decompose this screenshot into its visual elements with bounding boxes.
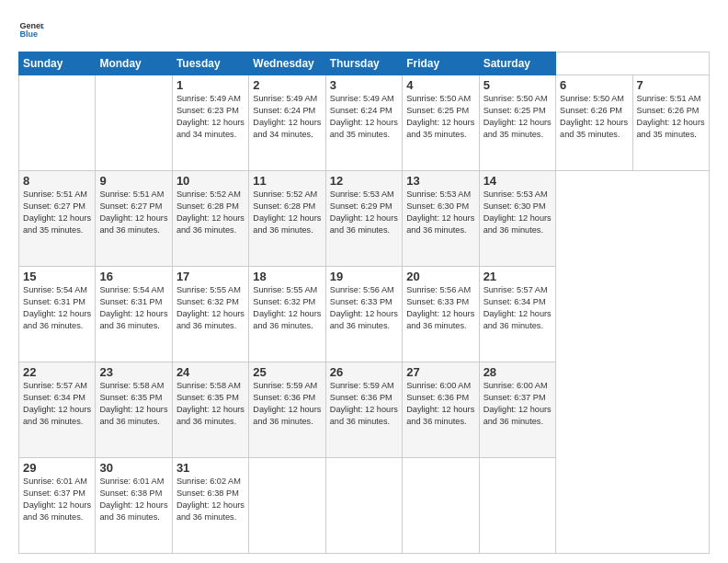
day-info: Sunrise: 5:49 AMSunset: 6:24 PMDaylight:… [330,93,398,141]
calendar-cell: 31Sunrise: 6:02 AMSunset: 6:38 PMDayligh… [172,458,248,554]
calendar-cell: 6Sunrise: 5:50 AMSunset: 6:26 PMDaylight… [556,75,632,171]
calendar-header-tuesday: Tuesday [172,52,248,75]
calendar-header-wednesday: Wednesday [249,52,325,75]
day-info: Sunrise: 5:52 AMSunset: 6:28 PMDaylight:… [176,189,245,236]
day-info: Sunrise: 5:58 AMSunset: 6:35 PMDaylight:… [176,380,245,428]
calendar-cell: 23Sunrise: 5:58 AMSunset: 6:35 PMDayligh… [96,362,172,458]
calendar-week-row: 15Sunrise: 5:54 AMSunset: 6:31 PMDayligh… [19,267,710,362]
calendar-cell: 20Sunrise: 5:56 AMSunset: 6:33 PMDayligh… [403,267,479,362]
day-number: 10 [176,174,245,188]
calendar-cell: 13Sunrise: 5:53 AMSunset: 6:30 PMDayligh… [403,171,479,267]
calendar-week-row: 1Sunrise: 5:49 AMSunset: 6:23 PMDaylight… [19,75,710,171]
calendar-cell: 18Sunrise: 5:55 AMSunset: 6:32 PMDayligh… [249,267,325,362]
day-info: Sunrise: 5:54 AMSunset: 6:31 PMDaylight:… [23,284,91,332]
page: General Blue SundayMondayTuesdayWednesda… [0,0,728,563]
day-number: 31 [176,461,245,475]
day-info: Sunrise: 5:59 AMSunset: 6:36 PMDaylight:… [253,380,321,428]
day-info: Sunrise: 5:49 AMSunset: 6:24 PMDaylight:… [253,93,321,141]
day-info: Sunrise: 5:54 AMSunset: 6:31 PMDaylight:… [99,284,167,332]
logo: General Blue [18,17,48,42]
calendar-cell [249,458,325,554]
day-number: 4 [406,78,474,92]
day-info: Sunrise: 6:01 AMSunset: 6:37 PMDaylight:… [23,476,91,523]
day-info: Sunrise: 5:53 AMSunset: 6:30 PMDaylight:… [483,189,552,236]
day-number: 19 [330,270,398,283]
day-number: 25 [253,365,321,379]
header: General Blue [18,17,710,42]
day-number: 20 [406,270,474,283]
day-info: Sunrise: 5:56 AMSunset: 6:33 PMDaylight:… [330,284,398,332]
day-info: Sunrise: 5:59 AMSunset: 6:36 PMDaylight:… [330,380,398,428]
calendar-cell: 8Sunrise: 5:51 AMSunset: 6:27 PMDaylight… [19,171,96,267]
day-info: Sunrise: 5:57 AMSunset: 6:34 PMDaylight:… [23,380,91,428]
calendar-cell: 4Sunrise: 5:50 AMSunset: 6:25 PMDaylight… [403,75,479,171]
calendar-week-row: 8Sunrise: 5:51 AMSunset: 6:27 PMDaylight… [19,171,710,267]
calendar-cell: 15Sunrise: 5:54 AMSunset: 6:31 PMDayligh… [19,267,96,362]
calendar-cell [19,75,96,171]
day-info: Sunrise: 6:02 AMSunset: 6:38 PMDaylight:… [176,476,245,523]
day-info: Sunrise: 5:53 AMSunset: 6:30 PMDaylight:… [406,189,474,236]
calendar-cell: 10Sunrise: 5:52 AMSunset: 6:28 PMDayligh… [172,171,248,267]
day-info: Sunrise: 5:51 AMSunset: 6:26 PMDaylight:… [637,93,706,141]
day-number: 7 [637,78,706,92]
calendar-table: SundayMondayTuesdayWednesdayThursdayFrid… [18,52,710,554]
calendar-cell: 26Sunrise: 5:59 AMSunset: 6:36 PMDayligh… [325,362,402,458]
calendar-header-monday: Monday [96,52,172,75]
day-number: 3 [330,78,398,92]
calendar-header-friday: Friday [403,52,479,75]
calendar-cell: 21Sunrise: 5:57 AMSunset: 6:34 PMDayligh… [479,267,555,362]
day-info: Sunrise: 5:50 AMSunset: 6:25 PMDaylight:… [483,93,552,141]
calendar-cell: 28Sunrise: 6:00 AMSunset: 6:37 PMDayligh… [479,362,555,458]
day-number: 8 [23,174,91,188]
calendar-cell: 9Sunrise: 5:51 AMSunset: 6:27 PMDaylight… [96,171,172,267]
calendar-cell: 30Sunrise: 6:01 AMSunset: 6:38 PMDayligh… [96,458,172,554]
day-info: Sunrise: 5:57 AMSunset: 6:34 PMDaylight:… [483,284,552,332]
day-info: Sunrise: 5:50 AMSunset: 6:26 PMDaylight:… [560,93,628,141]
calendar-week-row: 22Sunrise: 5:57 AMSunset: 6:34 PMDayligh… [19,362,710,458]
day-number: 14 [483,174,552,188]
calendar-cell: 3Sunrise: 5:49 AMSunset: 6:24 PMDaylight… [325,75,402,171]
calendar-cell: 22Sunrise: 5:57 AMSunset: 6:34 PMDayligh… [19,362,96,458]
day-number: 24 [176,365,245,379]
day-number: 2 [253,78,321,92]
day-number: 26 [330,365,398,379]
day-number: 9 [99,174,167,188]
calendar-header-thursday: Thursday [325,52,402,75]
day-info: Sunrise: 6:01 AMSunset: 6:38 PMDaylight:… [99,476,167,523]
calendar-cell: 29Sunrise: 6:01 AMSunset: 6:37 PMDayligh… [19,458,96,554]
day-number: 13 [406,174,474,188]
day-info: Sunrise: 5:56 AMSunset: 6:33 PMDaylight:… [406,284,474,332]
day-number: 17 [176,270,245,283]
day-info: Sunrise: 5:49 AMSunset: 6:23 PMDaylight:… [176,93,245,141]
day-info: Sunrise: 5:50 AMSunset: 6:25 PMDaylight:… [406,93,474,141]
calendar-header-sunday: Sunday [19,52,96,75]
day-number: 27 [406,365,474,379]
calendar-cell: 14Sunrise: 5:53 AMSunset: 6:30 PMDayligh… [479,171,555,267]
calendar-cell: 17Sunrise: 5:55 AMSunset: 6:32 PMDayligh… [172,267,248,362]
day-number: 29 [23,461,91,475]
calendar-week-row: 29Sunrise: 6:01 AMSunset: 6:37 PMDayligh… [19,458,710,554]
calendar-cell: 12Sunrise: 5:53 AMSunset: 6:29 PMDayligh… [325,171,402,267]
calendar-cell: 11Sunrise: 5:52 AMSunset: 6:28 PMDayligh… [249,171,325,267]
logo-icon: General Blue [18,17,44,42]
day-info: Sunrise: 5:55 AMSunset: 6:32 PMDaylight:… [253,284,321,332]
day-number: 28 [483,365,552,379]
day-number: 23 [99,365,167,379]
day-info: Sunrise: 5:55 AMSunset: 6:32 PMDaylight:… [176,284,245,332]
calendar-cell [325,458,402,554]
day-number: 22 [23,365,91,379]
day-info: Sunrise: 5:51 AMSunset: 6:27 PMDaylight:… [99,189,167,236]
calendar-cell: 2Sunrise: 5:49 AMSunset: 6:24 PMDaylight… [249,75,325,171]
day-info: Sunrise: 5:58 AMSunset: 6:35 PMDaylight:… [99,380,167,428]
day-number: 15 [23,270,91,283]
day-number: 5 [483,78,552,92]
calendar-cell: 19Sunrise: 5:56 AMSunset: 6:33 PMDayligh… [325,267,402,362]
calendar-cell [479,458,555,554]
calendar-cell: 5Sunrise: 5:50 AMSunset: 6:25 PMDaylight… [479,75,555,171]
day-number: 21 [483,270,552,283]
calendar-header-saturday: Saturday [479,52,555,75]
day-number: 6 [560,78,628,92]
svg-text:General: General [19,21,44,30]
calendar-cell: 7Sunrise: 5:51 AMSunset: 6:26 PMDaylight… [632,75,710,171]
calendar-cell: 24Sunrise: 5:58 AMSunset: 6:35 PMDayligh… [172,362,248,458]
